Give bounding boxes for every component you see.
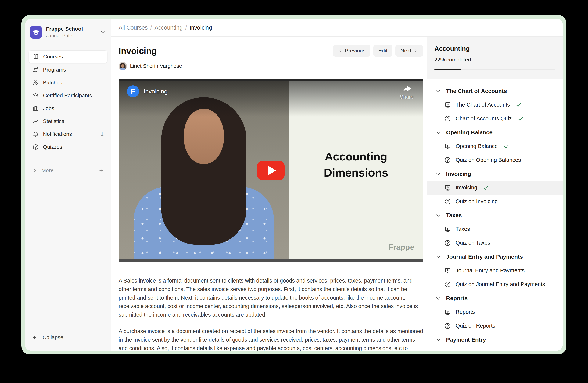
- sidebar-item-certified-participants[interactable]: Certified Participants: [29, 89, 107, 102]
- school-switcher[interactable]: Frappe School Jannat Patel: [29, 24, 107, 40]
- chevron-down-icon[interactable]: [100, 29, 106, 36]
- chevron-down-icon: [435, 295, 441, 302]
- chevron-right-icon: [413, 48, 418, 53]
- bell-icon: [32, 131, 39, 137]
- outline-item-reports[interactable]: Reports: [427, 305, 563, 319]
- frappe-school-logo: [30, 26, 42, 38]
- lesson-content: Invoicing Previous Edit Next: [111, 37, 427, 351]
- author-name: Linet Sherin Varghese: [130, 63, 182, 69]
- route-icon: [32, 67, 39, 73]
- user-name: Jannat Patel: [46, 33, 83, 38]
- graduation-cap-icon: [32, 92, 39, 99]
- lesson-paragraph-2: A purchase invoice is a document created…: [119, 327, 423, 351]
- sidebar-item-label: Quizzes: [43, 144, 62, 150]
- collapse-sidebar-button[interactable]: Collapse: [29, 332, 107, 343]
- chevron-down-icon: [435, 88, 441, 94]
- sidebar-item-programs[interactable]: Programs: [29, 64, 107, 76]
- book-open-icon: [33, 54, 39, 60]
- lesson-paragraph-1: A Sales invoice is a formal document sen…: [119, 276, 423, 319]
- outline-item-journal-entry-and-payments[interactable]: Journal Entry and Payments: [427, 264, 563, 277]
- outline-item-quiz-on-opening-balances[interactable]: Quiz on Opening Balances: [427, 153, 563, 167]
- outline-section-title: Payment Entry: [446, 336, 486, 343]
- completed-check-icon: [497, 350, 503, 351]
- sidebar-item-label: Courses: [43, 54, 63, 60]
- video-bottom-bar: [119, 259, 423, 262]
- outline-item-taxes[interactable]: Taxes: [427, 222, 563, 236]
- chevron-down-icon: [435, 254, 441, 260]
- app-window: Frappe School Jannat Patel CoursesProgra…: [25, 19, 563, 351]
- play-button[interactable]: [257, 161, 285, 180]
- app-frame: Frappe School Jannat Patel CoursesProgra…: [21, 15, 567, 354]
- sidebar-item-jobs[interactable]: Jobs: [29, 102, 107, 115]
- monitor-play-icon: [444, 226, 451, 232]
- outline-item-payment-entry[interactable]: Payment Entry: [427, 346, 563, 351]
- outline-section-taxes[interactable]: Taxes: [427, 208, 563, 222]
- plus-icon[interactable]: [99, 168, 104, 173]
- monitor-play-icon: [444, 101, 451, 108]
- breadcrumb-link-all-courses[interactable]: All Courses: [119, 24, 147, 31]
- outline-item-the-chart-of-accounts[interactable]: The Chart of Accounts: [427, 98, 563, 112]
- outline-item-opening-balance[interactable]: Opening Balance: [427, 139, 563, 153]
- author-avatar: [119, 62, 127, 70]
- sidebar-item-courses[interactable]: Courses: [29, 50, 107, 63]
- outline-section-opening-balance[interactable]: Opening Balance: [427, 125, 563, 139]
- users-icon: [32, 79, 39, 86]
- outline-item-invoicing[interactable]: Invoicing: [427, 181, 563, 194]
- sidebar-more[interactable]: More: [29, 164, 107, 177]
- trending-up-icon: [32, 118, 39, 125]
- outline-item-label: Payment Entry: [456, 350, 492, 351]
- outline-section-reports[interactable]: Reports: [427, 291, 563, 305]
- completed-check-icon: [504, 143, 510, 149]
- top-header: All Courses/Accounting/Invoicing: [111, 19, 427, 37]
- breadcrumb-link-accounting[interactable]: Accounting: [155, 24, 183, 31]
- sidebar-item-notifications[interactable]: Notifications1: [29, 128, 107, 140]
- sidebar-item-statistics[interactable]: Statistics: [29, 115, 107, 128]
- share-button[interactable]: Share: [400, 84, 414, 100]
- channel-avatar[interactable]: F: [127, 85, 139, 97]
- collapse-label: Collapse: [43, 334, 63, 340]
- chevron-down-icon: [435, 212, 441, 219]
- breadcrumb-separator: /: [185, 24, 187, 31]
- slide-title-line2: Dimensions: [324, 165, 388, 181]
- sidebar-item-batches[interactable]: Batches: [29, 77, 107, 89]
- video-title[interactable]: Invoicing: [144, 88, 168, 95]
- course-outline: The Chart of AccountsThe Chart of Accoun…: [427, 79, 563, 351]
- sidebar-nav: CoursesProgramsBatchesCertified Particip…: [29, 50, 107, 153]
- outline-section-payment-entry[interactable]: Payment Entry: [427, 333, 563, 346]
- sidebar-item-label: Certified Participants: [43, 93, 92, 99]
- video-player[interactable]: Accounting Dimensions F Invoicing: [119, 79, 423, 262]
- video-top-bar: [119, 79, 423, 81]
- share-icon: [402, 84, 411, 93]
- sidebar-item-quizzes[interactable]: Quizzes: [29, 141, 107, 153]
- outline-item-quiz-on-reports[interactable]: Quiz on Reports: [427, 319, 563, 333]
- outline-section-invoicing[interactable]: Invoicing: [427, 167, 563, 181]
- outline-item-quiz-on-journal-entry-and-payments[interactable]: Quiz on Journal Entry and Payments: [427, 277, 563, 291]
- outline-section-journal-entry-and-payments[interactable]: Journal Entry and Payments: [427, 250, 563, 264]
- help-circle-icon: [32, 144, 39, 150]
- share-label: Share: [400, 94, 414, 100]
- outline-item-label: Quiz on Journal Entry and Payments: [456, 281, 545, 287]
- monitor-play-icon: [444, 143, 451, 150]
- next-button[interactable]: Next: [395, 45, 423, 57]
- outline-item-chart-of-accounts-quiz[interactable]: Chart of Accounts Quiz: [427, 112, 563, 125]
- edit-button[interactable]: Edit: [373, 45, 392, 57]
- outline-section-the-chart-of-accounts[interactable]: The Chart of Accounts: [427, 84, 563, 98]
- previous-button[interactable]: Previous: [333, 45, 370, 57]
- notification-count-badge: 1: [101, 131, 104, 137]
- chevron-down-icon: [435, 171, 441, 177]
- outline-item-label: Reports: [456, 309, 475, 315]
- breadcrumb-current: Invoicing: [190, 24, 212, 31]
- completed-check-icon: [516, 102, 522, 108]
- collapse-icon: [32, 334, 39, 340]
- outline-item-quiz-on-invoicing[interactable]: Quiz on Invoicing: [427, 194, 563, 208]
- main-content: All Courses/Accounting/Invoicing Invoici…: [111, 19, 427, 351]
- sidebar-item-label: Jobs: [43, 105, 54, 112]
- help-circle-icon: [444, 281, 451, 288]
- outline-item-label: Quiz on Invoicing: [456, 198, 498, 205]
- outline-item-label: Quiz on Reports: [456, 323, 495, 329]
- sidebar-item-label: Notifications: [43, 131, 72, 137]
- outline-section-title: Invoicing: [446, 171, 471, 177]
- sidebar-item-label: Statistics: [43, 118, 64, 124]
- outline-section-title: Opening Balance: [446, 129, 493, 136]
- outline-item-quiz-on-taxes[interactable]: Quiz on Taxes: [427, 236, 563, 250]
